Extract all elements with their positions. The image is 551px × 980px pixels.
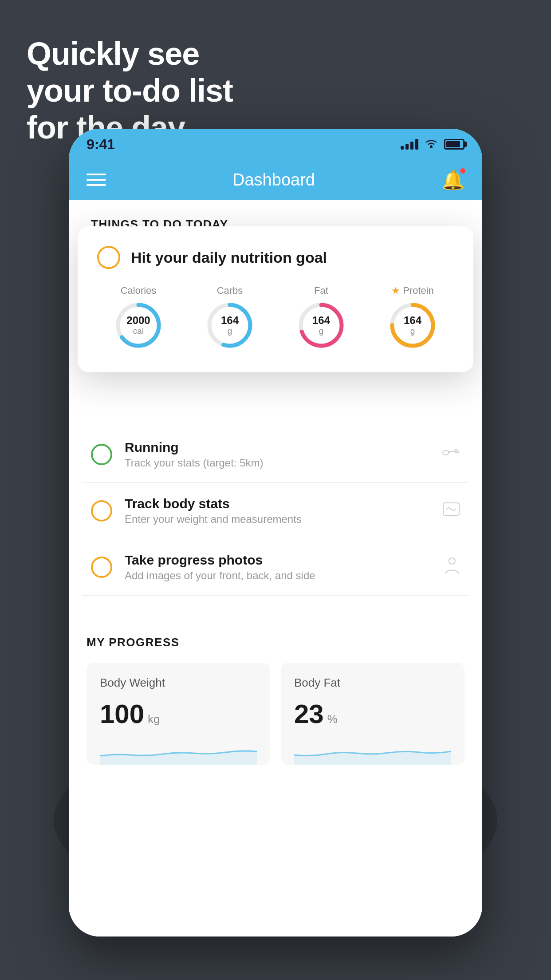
protein-label: Protein — [403, 285, 434, 296]
body-fat-value-row: 23 % — [294, 699, 451, 729]
nutrition-fat: Fat 164 g — [297, 285, 346, 350]
nav-title: Dashboard — [232, 170, 315, 190]
nutrition-grid: Calories 2000 cal Carbs — [97, 285, 454, 350]
todo-body-stats-circle — [91, 500, 112, 522]
notification-bell-icon[interactable]: 🔔 — [441, 169, 464, 191]
body-weight-card[interactable]: Body Weight 100 kg — [87, 663, 270, 765]
status-icons — [401, 137, 464, 151]
nutrition-check-circle[interactable] — [97, 246, 120, 269]
todo-body-stats-subtitle: Enter your weight and measurements — [125, 513, 430, 526]
progress-cards: Body Weight 100 kg Body Fat — [87, 663, 464, 765]
fat-value: 164 — [312, 315, 330, 326]
notification-dot — [459, 167, 466, 174]
todo-running-subtitle: Track your stats (target: 5km) — [125, 457, 430, 469]
status-time: 9:41 — [87, 136, 115, 153]
carbs-ring: 164 g — [205, 301, 254, 350]
protein-value: 164 — [404, 315, 421, 326]
status-bar: 9:41 — [69, 129, 482, 160]
todo-list: Running Track your stats (target: 5km) T… — [69, 427, 482, 596]
nutrition-calories: Calories 2000 cal — [114, 285, 163, 350]
signal-icon — [401, 139, 418, 150]
todo-photos-subtitle: Add images of your front, back, and side — [125, 569, 432, 582]
body-weight-chart — [100, 738, 257, 765]
todo-body-stats-text: Track body stats Enter your weight and m… — [125, 496, 430, 526]
scale-icon — [442, 501, 460, 521]
carbs-label: Carbs — [217, 285, 243, 296]
calories-value: 2000 — [126, 315, 150, 326]
fat-unit: g — [312, 326, 330, 336]
calories-label: Calories — [121, 285, 157, 296]
todo-photos-circle — [91, 557, 112, 578]
phone-frame: 9:41 — [69, 129, 482, 937]
body-weight-value-row: 100 kg — [100, 699, 257, 729]
nutrition-protein: ★ Protein 164 g — [388, 285, 437, 350]
svg-point-0 — [430, 146, 433, 148]
body-fat-title: Body Fat — [294, 676, 451, 690]
svg-point-9 — [443, 450, 449, 455]
todo-body-stats[interactable]: Track body stats Enter your weight and m… — [82, 483, 469, 539]
todo-body-stats-title: Track body stats — [125, 496, 430, 511]
hero-line2: your to-do list — [27, 72, 233, 109]
carbs-unit: g — [221, 326, 239, 336]
svg-point-12 — [449, 558, 455, 564]
todo-running-title: Running — [125, 440, 430, 455]
hero-line1: Quickly see — [27, 36, 233, 72]
content-area: THINGS TO DO TODAY Hit your daily nutrit… — [69, 200, 482, 937]
protein-unit: g — [404, 326, 421, 336]
progress-header: MY PROGRESS — [87, 636, 464, 649]
body-weight-value: 100 — [100, 699, 144, 729]
body-fat-chart — [294, 738, 451, 765]
running-icon — [442, 445, 460, 464]
person-icon — [444, 557, 460, 578]
todo-photos[interactable]: Take progress photos Add images of your … — [82, 539, 469, 596]
protein-label-row: ★ Protein — [391, 285, 434, 296]
svg-point-10 — [455, 450, 457, 452]
fat-ring: 164 g — [297, 301, 346, 350]
body-fat-unit: % — [327, 712, 338, 726]
battery-icon — [444, 139, 464, 150]
card-title-row: Hit your daily nutrition goal — [97, 246, 454, 269]
fat-label: Fat — [314, 285, 328, 296]
todo-running-text: Running Track your stats (target: 5km) — [125, 440, 430, 469]
todo-photos-title: Take progress photos — [125, 553, 432, 568]
body-weight-unit: kg — [148, 712, 160, 726]
carbs-value: 164 — [221, 315, 239, 326]
body-fat-value: 23 — [294, 699, 324, 729]
nutrition-carbs: Carbs 164 g — [205, 285, 254, 350]
calories-ring: 2000 cal — [114, 301, 163, 350]
nutrition-card: Hit your daily nutrition goal Calories 2… — [78, 226, 473, 372]
wifi-icon — [425, 137, 438, 151]
body-fat-card[interactable]: Body Fat 23 % — [281, 663, 464, 765]
todo-running-circle — [91, 444, 112, 465]
todo-running[interactable]: Running Track your stats (target: 5km) — [82, 427, 469, 483]
body-weight-title: Body Weight — [100, 676, 257, 690]
progress-section: MY PROGRESS Body Weight 100 kg — [69, 613, 482, 778]
nav-bar: Dashboard 🔔 — [69, 160, 482, 200]
protein-ring: 164 g — [388, 301, 437, 350]
todo-photos-text: Take progress photos Add images of your … — [125, 553, 432, 582]
nutrition-card-title: Hit your daily nutrition goal — [131, 249, 327, 266]
calories-unit: cal — [126, 326, 150, 336]
hamburger-menu[interactable] — [87, 174, 106, 186]
star-icon: ★ — [391, 285, 400, 296]
